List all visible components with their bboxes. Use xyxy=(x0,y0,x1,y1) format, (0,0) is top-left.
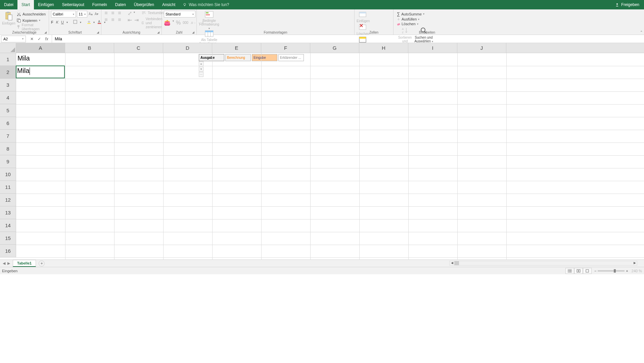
row-header-16[interactable]: 16 xyxy=(0,245,16,257)
hscroll-right[interactable]: ▶ xyxy=(632,261,637,265)
row-header-13[interactable]: 13 xyxy=(0,206,16,219)
font-size-combo[interactable]: 11▾ xyxy=(77,11,87,17)
tab-datei[interactable]: Datei xyxy=(0,0,17,9)
clear-button[interactable]: Löschen ▾ xyxy=(397,22,457,26)
cell-A1[interactable]: Mila xyxy=(16,53,65,66)
view-normal-button[interactable] xyxy=(565,268,574,274)
row-header-1[interactable]: 1 xyxy=(0,53,16,66)
row-header-7[interactable]: 7 xyxy=(0,130,16,143)
italic-button[interactable]: K xyxy=(56,20,58,24)
increase-indent-button[interactable]: ⇥ xyxy=(134,17,139,22)
column-headers[interactable]: ABCDEFGHIJ xyxy=(16,43,644,53)
tab-daten[interactable]: Daten xyxy=(111,0,130,9)
row-header-15[interactable]: 15 xyxy=(0,232,16,245)
tell-me-search[interactable]: Was möchten Sie tun? xyxy=(183,0,229,9)
fill-button[interactable]: Ausfüllen ▾ xyxy=(397,17,457,21)
hscroll-thumb[interactable] xyxy=(454,261,459,265)
fill-color-button[interactable] xyxy=(87,20,91,25)
number-format-combo[interactable]: Standard▾ xyxy=(164,11,195,17)
tab-seitenlayout[interactable]: Seitenlayout xyxy=(58,0,88,9)
tab-formeln[interactable]: Formeln xyxy=(88,0,111,9)
decrease-indent-button[interactable]: ⇤ xyxy=(127,17,132,22)
hscroll-left[interactable]: ◀ xyxy=(450,261,454,265)
column-header-D[interactable]: D xyxy=(163,43,212,53)
column-header-E[interactable]: E xyxy=(212,43,261,53)
cancel-edit-button[interactable]: ✕ xyxy=(29,37,35,41)
font-launcher[interactable]: ◢ xyxy=(97,31,100,34)
column-header-C[interactable]: C xyxy=(114,43,163,53)
row-header-3[interactable]: 3 xyxy=(0,79,16,91)
horizontal-scrollbar[interactable]: ◀ ▶ xyxy=(449,261,637,266)
align-top-button[interactable]: ≡ xyxy=(103,11,109,15)
name-box[interactable]: A2▾ xyxy=(1,36,26,42)
zoom-percent[interactable]: 240 % xyxy=(632,269,642,273)
zoom-slider[interactable] xyxy=(598,270,625,272)
conditional-formatting-button[interactable]: Bedingte Formatierung ▾ xyxy=(199,11,220,30)
align-right-button[interactable]: ≡ xyxy=(117,17,122,22)
percent-format-button[interactable]: % xyxy=(176,19,181,26)
view-page-break-button[interactable] xyxy=(583,268,592,274)
editing-cell[interactable]: Mila xyxy=(16,66,65,78)
zoom-out-button[interactable]: − xyxy=(594,269,596,273)
accounting-format-button[interactable]: 👛 xyxy=(164,19,171,26)
font-name-combo[interactable]: Calibri▾ xyxy=(51,11,76,17)
row-header-11[interactable]: 11 xyxy=(0,181,16,194)
insert-function-button[interactable]: fx xyxy=(44,37,50,41)
format-painter-label: Format übertragen xyxy=(22,23,47,31)
tab-ueberpruefen[interactable]: Überprüfen xyxy=(130,0,158,9)
align-bottom-button[interactable]: ≡ xyxy=(117,11,122,15)
row-header-12[interactable]: 12 xyxy=(0,194,16,206)
clipboard-launcher[interactable]: ◢ xyxy=(44,31,48,34)
cells-area[interactable]: MilaMila xyxy=(16,53,644,259)
column-header-F[interactable]: F xyxy=(261,43,310,53)
row-header-4[interactable]: 4 xyxy=(0,91,16,104)
alignment-launcher[interactable]: ◢ xyxy=(157,31,160,34)
row-header-8[interactable]: 8 xyxy=(0,143,16,155)
column-header-J[interactable]: J xyxy=(457,43,506,53)
decrease-font-button[interactable]: A▾ xyxy=(94,11,99,17)
orientation-button[interactable]: ⤢ xyxy=(127,11,132,15)
comma-format-button[interactable]: 000 xyxy=(183,19,188,26)
row-header-6[interactable]: 6 xyxy=(0,117,16,130)
increase-font-button[interactable]: A▴ xyxy=(88,11,93,17)
paste-button[interactable]: Einfügen xyxy=(2,11,15,30)
column-header-H[interactable]: H xyxy=(359,43,408,53)
align-center-button[interactable]: ≡ xyxy=(110,17,116,22)
row-header-9[interactable]: 9 xyxy=(0,155,16,168)
font-color-button[interactable]: A xyxy=(97,20,101,25)
cells-insert-button[interactable]: Einfügen xyxy=(357,10,369,23)
number-launcher[interactable]: ◢ xyxy=(192,31,195,34)
sheet-tab-active[interactable]: Tabelle1 xyxy=(13,260,36,267)
sheet-nav-prev[interactable]: ◀ xyxy=(3,261,5,266)
column-header-G[interactable]: G xyxy=(310,43,359,53)
confirm-edit-button[interactable]: ✓ xyxy=(36,37,42,41)
row-headers[interactable]: 12345678910111213141516 xyxy=(0,53,16,257)
view-page-layout-button[interactable] xyxy=(574,268,583,274)
column-header-A[interactable]: A xyxy=(16,43,65,53)
row-header-14[interactable]: 14 xyxy=(0,219,16,232)
align-left-button[interactable]: ≡ xyxy=(103,17,109,22)
add-sheet-button[interactable]: + xyxy=(39,260,45,267)
borders-button[interactable] xyxy=(73,20,77,25)
column-header-I[interactable]: I xyxy=(408,43,457,53)
autosum-button[interactable]: ∑AutoSumme ▾ xyxy=(397,11,457,16)
share-button[interactable]: Freigeben xyxy=(610,0,644,9)
collapse-ribbon-button[interactable]: ⌃ xyxy=(640,30,643,34)
column-header-B[interactable]: B xyxy=(65,43,114,53)
tab-ansicht[interactable]: Ansicht xyxy=(158,0,179,9)
row-header-2[interactable]: 2 xyxy=(0,66,16,79)
row-header-10[interactable]: 10 xyxy=(0,168,16,181)
tab-start[interactable]: Start xyxy=(17,0,34,9)
cut-button[interactable]: Ausschneiden xyxy=(17,11,47,17)
underline-button[interactable]: U xyxy=(61,20,64,24)
format-painter-button[interactable]: Format übertragen xyxy=(17,24,47,30)
align-middle-button[interactable]: ≡ xyxy=(110,11,116,15)
sheet-nav-next[interactable]: ▶ xyxy=(7,261,10,266)
select-all-corner[interactable] xyxy=(0,43,16,53)
zoom-in-button[interactable]: + xyxy=(626,269,628,273)
row-header-5[interactable]: 5 xyxy=(0,104,16,117)
tab-einfuegen[interactable]: Einfügen xyxy=(34,0,58,9)
bold-button[interactable]: F xyxy=(51,20,53,24)
worksheet-grid[interactable]: ABCDEFGHIJ 12345678910111213141516 MilaM… xyxy=(0,43,644,259)
increase-decimal-button[interactable]: .0→ xyxy=(190,19,196,26)
